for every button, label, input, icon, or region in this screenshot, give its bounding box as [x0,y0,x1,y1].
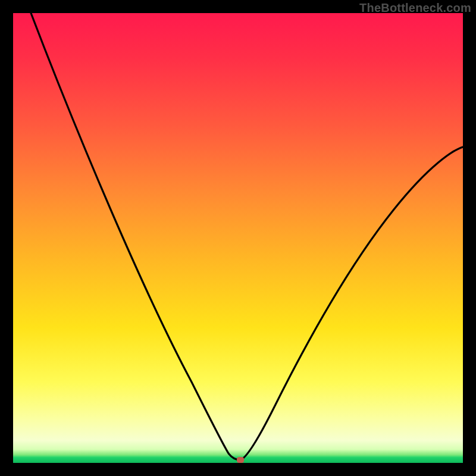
min-marker [237,457,244,463]
watermark-text: TheBottleneck.com [359,1,471,15]
curve-path [31,13,463,460]
chart-frame: TheBottleneck.com [0,0,476,476]
plot-area [13,13,463,463]
bottleneck-curve [13,13,463,463]
